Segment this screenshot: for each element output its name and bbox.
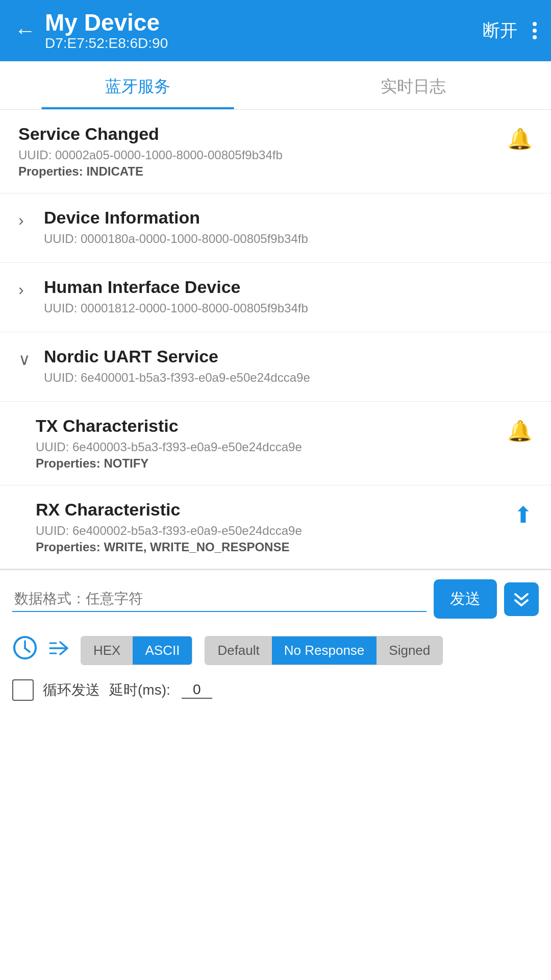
- uuid-label: UUID:: [44, 371, 77, 384]
- send-button[interactable]: 发送: [434, 579, 497, 619]
- nordic-uuid: UUID: 6e400001-b5a3-f393-e0a9-e50e24dcca…: [44, 371, 310, 385]
- loop-send-label: 循环发送: [43, 680, 100, 700]
- nordic-expand-arrow: ∨: [18, 350, 34, 369]
- rx-props: Properties: WRITE, WRITE_NO_RESPONSE: [36, 540, 302, 554]
- hid-uuid: UUID: 00001812-0000-1000-8000-00805f9b34…: [44, 301, 308, 315]
- service-item-service-changed[interactable]: Service Changed UUID: 00002a05-0000-1000…: [0, 110, 551, 193]
- app-header: ← My Device D7:E7:52:E8:6D:90 断开: [0, 0, 551, 61]
- service-changed-bell-icon[interactable]: 🔔: [507, 127, 533, 151]
- write-type-toggle-group: Default No Response Signed: [205, 636, 443, 665]
- tx-uuid: UUID: 6e400003-b5a3-f393-e0a9-e50e24dcca…: [36, 440, 302, 454]
- data-input-field[interactable]: [12, 586, 427, 612]
- header-left: ← My Device D7:E7:52:E8:6D:90: [14, 10, 168, 52]
- expand-options-button[interactable]: [504, 582, 539, 616]
- back-button[interactable]: ←: [14, 18, 36, 43]
- rx-upload-icon[interactable]: ⬆: [514, 502, 533, 528]
- uuid-label: UUID:: [36, 524, 69, 537]
- loop-send-checkbox[interactable]: [12, 679, 34, 701]
- uuid-label: UUID:: [44, 232, 77, 246]
- clock-icon[interactable]: [12, 635, 38, 666]
- ascii-button[interactable]: ASCII: [133, 636, 192, 665]
- device-name: My Device: [45, 10, 168, 36]
- uuid-value: 0000180a-0000-1000-8000-00805f9b34fb: [81, 232, 308, 246]
- no-response-button[interactable]: No Response: [272, 636, 377, 665]
- delay-label: 延时(ms):: [109, 680, 170, 700]
- dot1: [533, 22, 537, 26]
- tx-bell-icon[interactable]: 🔔: [507, 419, 533, 443]
- header-right: 断开: [483, 19, 537, 42]
- bottom-toolbar: HEX ASCII Default No Response Signed: [0, 626, 551, 671]
- service-item-device-info[interactable]: › Device Information UUID: 0000180a-0000…: [0, 193, 551, 263]
- rx-content: RX Characteristic UUID: 6e400002-b5a3-f3…: [36, 500, 302, 554]
- device-address: D7:E7:52:E8:6D:90: [45, 35, 168, 52]
- service-changed-props: Properties: INDICATE: [18, 164, 283, 179]
- device-info-expand-arrow: ›: [18, 211, 34, 230]
- rx-uuid: UUID: 6e400002-b5a3-f393-e0a9-e50e24dcca…: [36, 524, 302, 538]
- uuid-label: UUID:: [18, 148, 52, 162]
- service-item-nordic-uart[interactable]: ∨ Nordic UART Service UUID: 6e400001-b5a…: [0, 332, 551, 402]
- send-log-icon[interactable]: [47, 636, 71, 666]
- hid-content: Human Interface Device UUID: 00001812-00…: [44, 277, 308, 317]
- service-item-hid[interactable]: › Human Interface Device UUID: 00001812-…: [0, 263, 551, 332]
- hid-name: Human Interface Device: [44, 277, 308, 297]
- uuid-value: 6e400003-b5a3-f393-e0a9-e50e24dcca9e: [72, 440, 302, 454]
- service-list: Service Changed UUID: 00002a05-0000-1000…: [0, 110, 551, 569]
- disconnect-button[interactable]: 断开: [483, 19, 517, 42]
- hex-button[interactable]: HEX: [81, 636, 133, 665]
- hid-expand-arrow: ›: [18, 280, 34, 299]
- device-info-uuid: UUID: 0000180a-0000-1000-8000-00805f9b34…: [44, 232, 308, 246]
- uuid-value: 6e400001-b5a3-f393-e0a9-e50e24dcca9e: [81, 371, 310, 384]
- delay-input[interactable]: [182, 681, 212, 699]
- svg-line-2: [25, 648, 30, 652]
- tab-bluetooth-services[interactable]: 蓝牙服务: [0, 61, 276, 109]
- default-button[interactable]: Default: [205, 636, 271, 665]
- rx-name: RX Characteristic: [36, 500, 302, 520]
- tab-realtime-log[interactable]: 实时日志: [276, 61, 551, 109]
- encoding-toggle-group: HEX ASCII: [81, 636, 192, 665]
- props-label: Properties:: [36, 456, 101, 470]
- tx-name: TX Characteristic: [36, 416, 302, 436]
- device-info-name: Device Information: [44, 208, 308, 228]
- uuid-label: UUID:: [44, 301, 77, 315]
- service-changed-name: Service Changed: [18, 124, 283, 144]
- dot3: [533, 35, 537, 39]
- props-value: NOTIFY: [104, 456, 148, 470]
- data-input-area: 发送: [0, 569, 551, 626]
- uuid-label: UUID:: [36, 440, 69, 454]
- more-menu-button[interactable]: [533, 22, 537, 39]
- props-value: INDICATE: [86, 164, 143, 178]
- characteristic-tx[interactable]: TX Characteristic UUID: 6e400003-b5a3-f3…: [0, 402, 551, 485]
- uuid-value: 00001812-0000-1000-8000-00805f9b34fb: [81, 301, 308, 315]
- tab-bar: 蓝牙服务 实时日志: [0, 61, 551, 110]
- dot2: [533, 29, 537, 33]
- props-label: Properties:: [36, 540, 101, 554]
- service-changed-content: Service Changed UUID: 00002a05-0000-1000…: [18, 124, 283, 179]
- tx-props: Properties: NOTIFY: [36, 456, 302, 471]
- nordic-name: Nordic UART Service: [44, 347, 310, 366]
- uuid-value: 00002a05-0000-1000-8000-00805f9b34fb: [55, 148, 283, 162]
- device-info-content: Device Information UUID: 0000180a-0000-1…: [44, 208, 308, 248]
- service-changed-uuid: UUID: 00002a05-0000-1000-8000-00805f9b34…: [18, 148, 283, 162]
- props-value: WRITE, WRITE_NO_RESPONSE: [104, 540, 289, 554]
- uuid-value: 6e400002-b5a3-f393-e0a9-e50e24dcca9e: [72, 524, 302, 537]
- props-label: Properties:: [18, 164, 83, 178]
- nordic-content: Nordic UART Service UUID: 6e400001-b5a3-…: [44, 347, 310, 387]
- header-title-group: My Device D7:E7:52:E8:6D:90: [45, 10, 168, 52]
- tx-content: TX Characteristic UUID: 6e400003-b5a3-f3…: [36, 416, 302, 471]
- signed-button[interactable]: Signed: [377, 636, 442, 665]
- loop-send-row: 循环发送 延时(ms):: [0, 671, 551, 711]
- characteristic-rx[interactable]: RX Characteristic UUID: 6e400002-b5a3-f3…: [0, 485, 551, 569]
